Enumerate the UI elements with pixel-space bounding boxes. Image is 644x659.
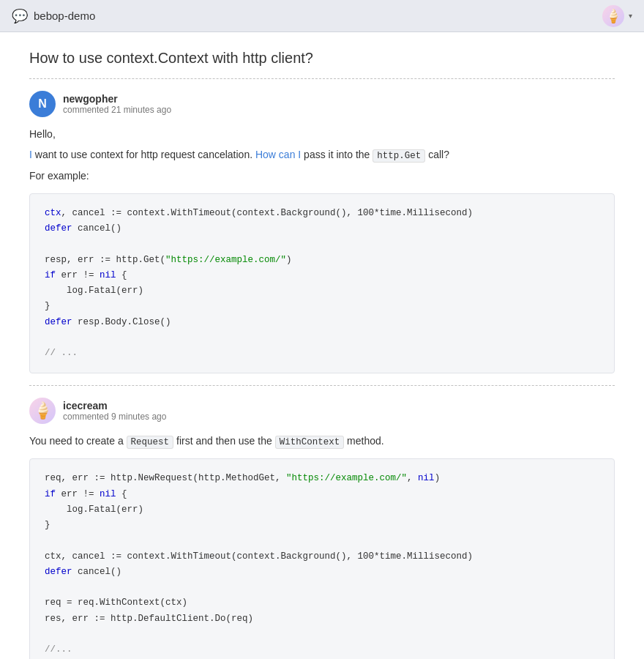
comment-time-1: commented 21 minutes ago bbox=[63, 105, 171, 115]
code-str2: "https://example.com/" bbox=[286, 473, 407, 483]
header: 💬 bebop-demo 🍦 ▾ bbox=[0, 0, 644, 32]
text-want: want to use context for http request can… bbox=[35, 149, 255, 160]
inline-code-withcontext: WithContext bbox=[275, 436, 345, 449]
chat-icon: 💬 bbox=[12, 8, 28, 24]
comment-body-2: You need to create a Request first and t… bbox=[29, 433, 615, 450]
header-left: 💬 bebop-demo bbox=[12, 8, 95, 24]
code-defer1: defer bbox=[45, 223, 72, 234]
code-block-2: req, err := http.NewRequest(http.MethodG… bbox=[29, 458, 615, 659]
header-title: bebop-demo bbox=[34, 10, 95, 22]
comment-block-1: N newgopher commented 21 minutes ago Hel… bbox=[29, 78, 615, 373]
commenter-name-2: icecream bbox=[63, 400, 166, 412]
code-if2: if bbox=[45, 489, 56, 499]
code-comment1: // ... bbox=[45, 348, 78, 358]
comment-text-hello: Hello, bbox=[29, 126, 615, 142]
comment-text-question: I want to use context for http request c… bbox=[29, 146, 615, 163]
code-str1: "https://example.com/" bbox=[165, 255, 286, 265]
comment-text-intro: You need to create a Request first and t… bbox=[29, 433, 615, 450]
comment-time-2: commented 9 minutes ago bbox=[63, 412, 166, 422]
comment-block-2: 🍦 icecream commented 9 minutes ago You n… bbox=[29, 385, 615, 659]
code-nil2: nil bbox=[418, 473, 435, 483]
avatar-emoji: 🍦 bbox=[605, 8, 621, 24]
inline-code-request: Request bbox=[127, 436, 174, 449]
intro-before: You need to create a bbox=[29, 435, 127, 447]
code-kw: ctx bbox=[45, 208, 61, 218]
user-avatar[interactable]: 🍦 bbox=[602, 5, 624, 27]
code-if1: if bbox=[45, 270, 56, 280]
main-content: How to use context.Context with http cli… bbox=[0, 32, 644, 659]
comment-meta-1: newgopher commented 21 minutes ago bbox=[63, 93, 171, 115]
link-how-can-i[interactable]: How can I bbox=[255, 149, 301, 160]
comment-meta-2: icecream commented 9 minutes ago bbox=[63, 400, 166, 422]
code-defer3: defer bbox=[45, 567, 72, 577]
code-comment2: //... bbox=[45, 644, 72, 655]
comment-header-1: N newgopher commented 21 minutes ago bbox=[29, 91, 615, 117]
code-block-1: ctx, cancel := context.WithTimeout(conte… bbox=[29, 193, 615, 374]
avatar-icecream: 🍦 bbox=[29, 398, 56, 424]
header-right[interactable]: 🍦 ▾ bbox=[602, 5, 632, 27]
intro-middle: first and then use the bbox=[173, 435, 275, 447]
avatar-newgopher: N bbox=[29, 91, 56, 117]
comment-body-1: Hello, I want to use context for http re… bbox=[29, 126, 615, 185]
dropdown-arrow-icon[interactable]: ▾ bbox=[629, 12, 632, 20]
code-nil1: nil bbox=[100, 270, 116, 280]
intro-after: method. bbox=[344, 435, 383, 447]
commenter-name-1: newgopher bbox=[63, 93, 171, 105]
text-pass: pass it into the bbox=[304, 149, 372, 160]
code-defer2: defer bbox=[45, 317, 72, 327]
comment-header-2: 🍦 icecream commented 9 minutes ago bbox=[29, 398, 615, 424]
page-title: How to use context.Context with http cli… bbox=[29, 50, 615, 67]
inline-code-http-get: http.Get bbox=[372, 149, 425, 163]
comment-text-example: For example: bbox=[29, 168, 615, 184]
text-call: call? bbox=[428, 149, 449, 160]
link-i[interactable]: I bbox=[29, 149, 32, 160]
code-nil3: nil bbox=[100, 489, 116, 499]
